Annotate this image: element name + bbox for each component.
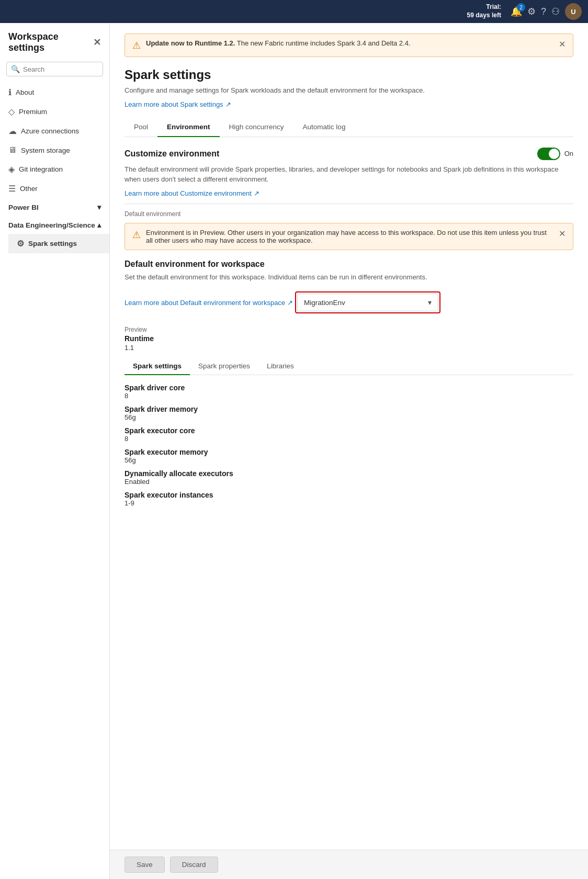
notification-bell[interactable]: 🔔 2: [511, 6, 522, 17]
sub-tabs: Spark settings Spark properties Librarie…: [125, 358, 573, 375]
spark-driver-memory-label: Spark driver memory: [125, 405, 573, 413]
settings-icon[interactable]: ⚙: [527, 6, 536, 17]
external-link-icon-2: ↗: [254, 189, 259, 197]
spark-executor-memory-label: Spark executor memory: [125, 448, 573, 456]
search-icon: 🔍: [11, 65, 20, 73]
learn-more-default-env-link[interactable]: Learn more about Default environment for…: [125, 299, 293, 307]
sidebar-item-label-azure: Azure connections: [21, 127, 79, 135]
search-box[interactable]: 🔍: [6, 62, 103, 76]
spark-row-2: Spark executor core 8: [125, 426, 573, 443]
default-env-label: Default environment: [125, 204, 573, 218]
search-input[interactable]: [23, 65, 98, 73]
warn-icon: ⚠: [132, 229, 141, 241]
tab-high-concurrency[interactable]: High concurrency: [220, 118, 293, 137]
learn-more-spark-link[interactable]: Learn more about Spark settings ↗: [125, 100, 231, 108]
external-link-icon-3: ↗: [287, 299, 293, 307]
toggle-right: On: [537, 148, 573, 160]
content-area: ⚠ Update now to Runtime 1.2. The new Fab…: [110, 23, 588, 879]
default-env-section: Default environment for workspace Set th…: [125, 260, 573, 322]
chevron-down-icon-dropdown: ▾: [428, 298, 432, 307]
spark-row-1: Spark driver memory 56g: [125, 405, 573, 421]
spark-row-3: Spark executor memory 56g: [125, 448, 573, 464]
sidebar-item-label-spark: Spark settings: [28, 240, 77, 247]
sidebar-item-label-premium: Premium: [19, 108, 47, 116]
close-button[interactable]: ✕: [93, 37, 101, 48]
power-bi-label: Power BI: [8, 204, 39, 211]
env-dropdown-wrapper: MigrationEnv ▾: [295, 291, 440, 313]
storage-icon: 🖥: [8, 145, 17, 155]
spark-driver-core-value: 8: [125, 392, 573, 400]
tab-automatic-log[interactable]: Automatic log: [293, 118, 355, 137]
preview-warning-banner: ⚠ Environment is in Preview. Other users…: [125, 223, 573, 250]
learn-more-spark-text: Learn more about Spark settings: [125, 100, 223, 108]
env-dropdown[interactable]: MigrationEnv ▾: [297, 294, 438, 311]
dynamically-allocate-label: Dynamically allocate executors: [125, 469, 573, 478]
tab-pool[interactable]: Pool: [125, 118, 157, 137]
spark-row-0: Spark driver core 8: [125, 384, 573, 400]
spark-driver-core-label: Spark driver core: [125, 384, 573, 392]
tab-environment[interactable]: Environment: [157, 118, 220, 137]
customize-env-row: Customize environment On: [125, 148, 573, 160]
sub-tab-spark-settings[interactable]: Spark settings: [125, 358, 190, 375]
spark-row-4: Dynamically allocate executors Enabled: [125, 469, 573, 486]
toggle-on-label: On: [564, 150, 573, 157]
customize-env-heading: Customize environment: [125, 149, 219, 159]
power-bi-section[interactable]: Power BI ▾: [0, 198, 109, 216]
sidebar-item-about[interactable]: ℹ About: [0, 83, 109, 102]
preview-section: Preview Runtime 1.1: [125, 326, 573, 352]
help-icon[interactable]: ?: [541, 6, 546, 17]
page-description: Configure and manage settings for Spark …: [125, 85, 573, 96]
spark-executor-instances-label: Spark executor instances: [125, 491, 573, 499]
spark-driver-memory-value: 56g: [125, 413, 573, 421]
dynamically-allocate-value: Enabled: [125, 478, 573, 486]
sidebar-item-spark-settings[interactable]: ⚙ Spark settings: [8, 234, 109, 253]
avatar[interactable]: U: [565, 3, 582, 20]
discard-button[interactable]: Discard: [170, 857, 218, 873]
trial-line1: Trial:: [467, 3, 501, 12]
sidebar-item-system-storage[interactable]: 🖥 System storage: [0, 141, 109, 160]
data-engineering-section[interactable]: Data Engineering/Science ▴: [0, 216, 109, 234]
sidebar-item-other[interactable]: ☰ Other: [0, 179, 109, 198]
sidebar-item-label-storage: System storage: [21, 146, 70, 154]
people-icon[interactable]: ⚇: [551, 6, 560, 17]
data-engineering-label: Data Engineering/Science: [8, 221, 95, 229]
warn-close-button[interactable]: ✕: [559, 229, 566, 239]
sidebar: Workspace settings ✕ 🔍 ℹ About ◇ Premium…: [0, 23, 110, 879]
default-env-desc: Set the default environment for this wor…: [125, 272, 573, 283]
runtime-value: 1.1: [125, 344, 573, 352]
spark-executor-instances-value: 1-9: [125, 499, 573, 507]
spark-executor-memory-value: 56g: [125, 456, 573, 464]
main-container: Workspace settings ✕ 🔍 ℹ About ◇ Premium…: [0, 23, 588, 879]
save-button[interactable]: Save: [125, 857, 165, 873]
trial-info: Trial: 59 days left: [467, 3, 501, 19]
content-inner: ⚠ Update now to Runtime 1.2. The new Fab…: [110, 23, 588, 554]
default-env-heading: Default environment for workspace: [125, 260, 573, 269]
learn-more-customize-link[interactable]: Learn more about Customize environment ↗: [125, 189, 259, 197]
env-dropdown-value: MigrationEnv: [304, 299, 345, 307]
premium-icon: ◇: [8, 107, 15, 117]
main-tabs: Pool Environment High concurrency Automa…: [125, 118, 573, 137]
sidebar-item-git-integration[interactable]: ◈ Git integration: [0, 160, 109, 179]
update-alert-banner: ⚠ Update now to Runtime 1.2. The new Fab…: [125, 33, 573, 57]
notification-badge: 2: [517, 3, 525, 12]
spark-executor-core-label: Spark executor core: [125, 426, 573, 435]
warn-text: Environment is in Preview. Other users i…: [146, 229, 553, 244]
customize-env-toggle[interactable]: [537, 148, 560, 160]
page-title: Spark settings: [125, 67, 573, 82]
workspace-settings-title: Workspace settings: [8, 31, 93, 53]
sidebar-item-azure-connections[interactable]: ☁ Azure connections: [0, 121, 109, 141]
sidebar-item-premium[interactable]: ◇ Premium: [0, 102, 109, 121]
alert-rest-text: The new Fabric runtime includes Spark 3.…: [237, 39, 411, 47]
alert-close-button[interactable]: ✕: [559, 39, 566, 49]
spark-settings-icon: ⚙: [17, 239, 24, 249]
footer-bar: Save Discard: [110, 850, 588, 879]
sub-tab-spark-properties[interactable]: Spark properties: [190, 358, 258, 375]
alert-text: Update now to Runtime 1.2. The new Fabri…: [146, 39, 553, 47]
learn-more-default-env-text: Learn more about Default environment for…: [125, 299, 285, 307]
sub-tab-libraries[interactable]: Libraries: [258, 358, 302, 375]
alert-warning-icon: ⚠: [132, 40, 141, 51]
trial-line2: 59 days left: [467, 12, 501, 20]
git-icon: ◈: [8, 164, 15, 174]
chevron-down-icon: ▾: [97, 203, 101, 211]
toggle-knob: [549, 149, 559, 159]
